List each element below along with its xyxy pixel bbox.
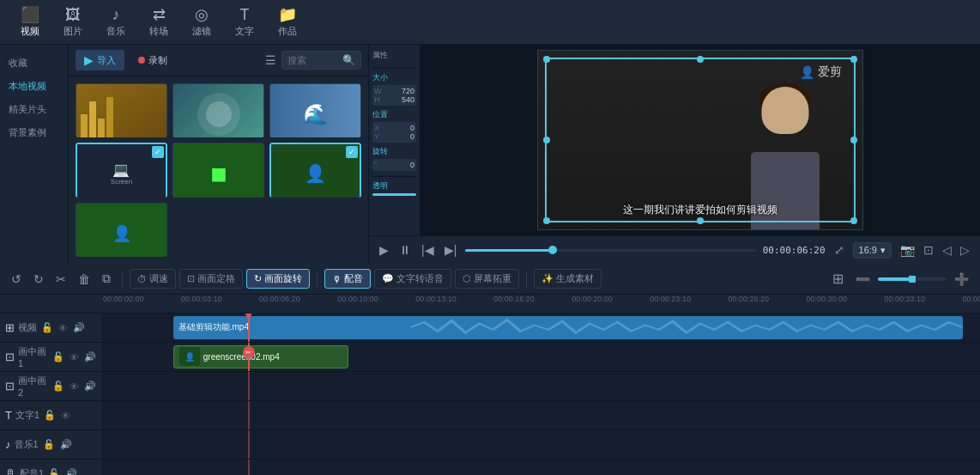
tts-button[interactable]: 💬 文字转语音 (374, 269, 451, 289)
track-pip1-lock[interactable]: 🔓 (51, 350, 65, 363)
sidebar-item-favorites[interactable]: 收藏 (0, 52, 68, 75)
preview-canvas: 👤 爱剪 这一期我们讲讲爱拍如何剪辑视频 (537, 50, 863, 230)
nav-works[interactable]: 📁 作品 (266, 2, 309, 43)
sidebar-item-local[interactable]: 本地视频 (0, 75, 68, 98)
step-forward-button[interactable]: ▷ (959, 241, 971, 259)
undo-button[interactable]: ↺ (7, 270, 26, 289)
nav-image[interactable]: 🖼 图片 (51, 2, 94, 43)
prev-frame-button[interactable]: |◀ (420, 241, 436, 259)
highlight-button[interactable]: ⬡ 屏幕拓重 (455, 269, 519, 289)
track-audio1-lock[interactable]: 🔓 (47, 467, 61, 475)
track-pip2-lock[interactable]: 🔓 (51, 380, 65, 393)
fullscreen-button[interactable]: ⊞ (828, 268, 848, 289)
delete-button[interactable]: 🗑 (74, 270, 94, 289)
image-icon: 🖼 (65, 7, 81, 22)
media-thumb-img-1 (172, 83, 264, 137)
track-text1-lock[interactable]: 🔓 (43, 409, 57, 422)
audio1-track-icon: 🎙 (5, 467, 16, 475)
media-item-4[interactable]: ◼ GreenScreen1.... (172, 143, 264, 197)
pause-button[interactable]: ⏸ (397, 241, 413, 259)
rotate-button[interactable]: ↻ 画面旋转 (246, 269, 310, 289)
freeze-button[interactable]: ⊡ 画面定格 (179, 269, 243, 289)
media-item-3[interactable]: 💻 Screen ✓ 录像8.mp4 (76, 143, 167, 197)
track-text1: T 文字1 🔓 👁 (0, 401, 980, 430)
track-music1-lock[interactable]: 🔓 (42, 438, 56, 451)
time-slider-thumb[interactable] (548, 246, 557, 254)
play-button[interactable]: ▶ (378, 241, 390, 259)
crop-handle-mr[interactable] (850, 137, 857, 143)
search-input[interactable] (287, 55, 339, 65)
video-icon: ⬛ (21, 7, 39, 22)
track-pip1-clip-0[interactable]: 👤 greenscreen02.mp4 (173, 345, 348, 368)
sort-icon[interactable]: ☰ (265, 53, 276, 67)
media-panel: ▶ 导入 录制 ☰ 🔍 (69, 45, 369, 264)
sidebar-item-titles[interactable]: 精美片头 (0, 98, 68, 121)
track-pip2-eye[interactable]: 👁 (69, 381, 80, 393)
track-music1-audio[interactable]: 🔊 (59, 438, 73, 451)
record-button[interactable]: 录制 (130, 51, 176, 70)
track-music1: ♪ 音乐1 🔓 🔊 (0, 430, 980, 460)
track-video-eye[interactable]: 👁 (57, 322, 69, 334)
copy-button[interactable]: ⧉ (98, 269, 115, 289)
media-item-0[interactable]: Wildlife.wmv (76, 83, 167, 137)
zoom-in-button[interactable]: ➕ (950, 270, 973, 289)
track-pip2-audio[interactable]: 🔊 (83, 380, 97, 393)
crop-handle-ml[interactable] (543, 137, 550, 143)
timeline-audio1-playhead (248, 460, 250, 475)
generate-button[interactable]: ✨ 生成素材 (534, 269, 602, 289)
zoom-slider[interactable] (878, 277, 947, 281)
crop-handle-br[interactable] (850, 217, 857, 224)
aspect-ratio-selector[interactable]: 16:9 ▾ (853, 242, 892, 259)
sidebar-item-backgrounds[interactable]: 背景素例 (0, 121, 68, 144)
nav-image-label: 图片 (64, 25, 82, 38)
step-back-button[interactable]: ◁ (941, 241, 953, 259)
crop-handle-tl[interactable] (543, 56, 550, 63)
redo-button[interactable]: ↻ (29, 270, 48, 289)
track-pip1-name: 画中画1 (18, 345, 48, 368)
crop-handle-bl[interactable] (543, 217, 550, 224)
crop-handle-bm[interactable] (697, 217, 704, 224)
media-thumb-img-2: 🌊 (269, 83, 361, 137)
speed-icon: ⏱ (137, 274, 147, 284)
search-icon: 🔍 (342, 54, 355, 66)
import-button[interactable]: ▶ 导入 (76, 50, 124, 70)
ruler-mark-7: 00:00:23:10 (650, 295, 691, 303)
nav-music[interactable]: ♪ 音乐 (94, 2, 137, 43)
media-item-1[interactable]: 基础剪辑功能.mp4 (172, 83, 264, 137)
crop-box[interactable] (545, 58, 856, 222)
zoom-out-button[interactable]: ➖ (851, 270, 874, 289)
aspect-ratio-label: 16:9 (859, 245, 877, 255)
watermark-text: 爱剪 (818, 64, 842, 80)
crop-handle-tm[interactable] (697, 56, 704, 63)
track-video-audio[interactable]: 🔊 (72, 321, 86, 334)
preview-controls: ▶ ⏸ |◀ ▶| 00:00:06:20 ⤢ 16:9 ▾ 📷 ⊡ ◁ ▷ (369, 235, 980, 264)
detach-button[interactable]: ⊡ (922, 241, 935, 259)
toolbar-separator-3 (526, 271, 527, 288)
expand-button[interactable]: ⤢ (832, 241, 846, 259)
media-item-5[interactable]: 👤 ✓ greenscreen02... (269, 143, 361, 197)
nav-text[interactable]: T 文字 (223, 2, 266, 43)
nav-video[interactable]: ⬛ 视频 (9, 2, 51, 43)
audio-button[interactable]: 🎙 配音 (324, 269, 371, 289)
time-slider[interactable] (465, 249, 755, 252)
track-video-lock[interactable]: 🔓 (40, 321, 54, 334)
audio-icon: 🎙 (332, 274, 342, 284)
track-text1-eye[interactable]: 👁 (60, 410, 71, 422)
track-pip1-eye[interactable]: 👁 (69, 351, 80, 363)
next-frame-button[interactable]: ▶| (443, 241, 459, 259)
cut-button[interactable]: ✂ (51, 270, 70, 289)
nav-convert[interactable]: ⇄ 转场 (137, 2, 180, 43)
track-pip1-audio[interactable]: 🔊 (83, 350, 97, 363)
ruler-mark-0: 00:00:00:00 (103, 295, 144, 303)
crop-handle-tr[interactable] (850, 56, 857, 63)
time-display: 00:00:06:20 (763, 245, 826, 256)
nav-filter[interactable]: ◎ 滤镜 (180, 2, 223, 43)
screenshot-button[interactable]: 📷 (898, 241, 916, 259)
track-audio1-audio[interactable]: 🔊 (64, 467, 78, 475)
track-video-clip-0[interactable]: 基础剪辑功能.mp4 (173, 316, 963, 338)
record-dot-icon (138, 57, 145, 64)
media-thumb-img-4: ◼ (172, 143, 264, 197)
media-item-2[interactable]: 🌊 我的素材7.mp4 (269, 83, 361, 137)
media-item-6[interactable]: 👤 GreenScreen2.m... (76, 203, 167, 257)
speed-button[interactable]: ⏱ 调速 (130, 269, 176, 289)
